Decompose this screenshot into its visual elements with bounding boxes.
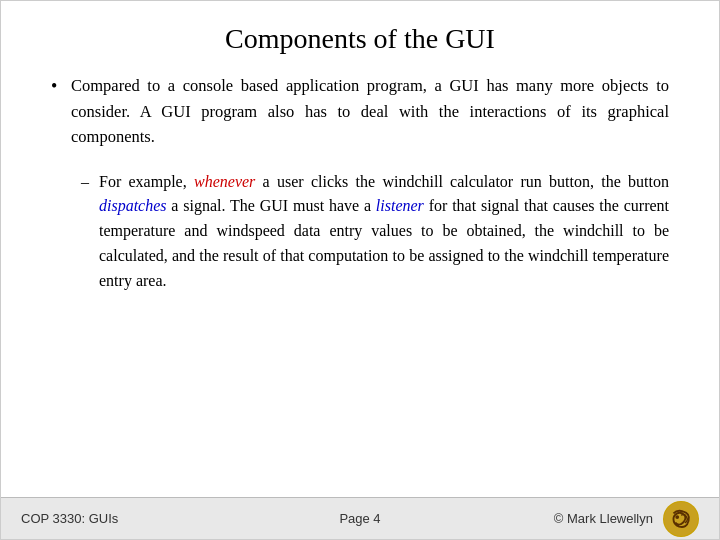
bullet-dot: • [51, 73, 71, 101]
footer-right: © Mark Llewellyn [473, 501, 699, 537]
listener-text: listener [376, 197, 424, 214]
footer-center: Page 4 [247, 511, 473, 526]
sub-text-part3: a signal. The GUI must have a [167, 197, 376, 214]
sub-text-part2: a user clicks the windchill calculator r… [255, 173, 669, 190]
sub-text-part1: For example, [99, 173, 194, 190]
sub-item-1: – For example, whenever a user clicks th… [81, 170, 669, 294]
bullet-text-1: Compared to a console based application … [71, 73, 669, 150]
whenever-text: whenever [194, 173, 255, 190]
svg-point-0 [664, 502, 698, 536]
sub-dash: – [81, 170, 99, 195]
slide-title: Components of the GUI [1, 1, 719, 73]
svg-point-1 [675, 515, 679, 519]
footer-left: COP 3330: GUIs [21, 511, 247, 526]
bullet-item-1: • Compared to a console based applicatio… [51, 73, 669, 150]
footer: COP 3330: GUIs Page 4 © Mark Llewellyn [1, 497, 719, 539]
sub-text-1: For example, whenever a user clicks the … [99, 170, 669, 294]
footer-copyright: © Mark Llewellyn [554, 511, 653, 526]
slide: Components of the GUI • Compared to a co… [0, 0, 720, 540]
slide-content: • Compared to a console based applicatio… [1, 73, 719, 497]
logo [663, 501, 699, 537]
dispatches-text: dispatches [99, 197, 167, 214]
